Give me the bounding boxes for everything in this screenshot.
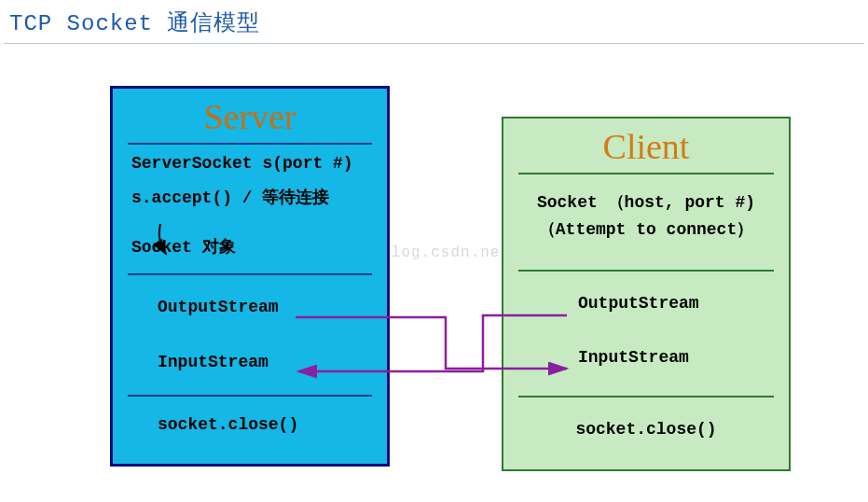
server-divider-1 [128,273,372,275]
server-title-divider [128,143,372,145]
client-box: Client Socket （host, port #) （Attempt to… [502,117,791,471]
server-outputstream: OutputStream [113,294,387,321]
client-line-socket: Socket （host, port #) [503,189,789,216]
client-line-attempt: （Attempt to connect） [503,216,789,244]
client-title: Client [503,126,789,167]
title-divider [4,43,864,44]
client-divider-1 [518,270,774,272]
server-line-socket: ServerSocket s(port #) [113,150,387,177]
server-divider-2 [128,395,372,397]
server-line-accept: s.accept() / 等待连接 [113,185,387,212]
server-inputstream: InputStream [113,349,387,376]
server-title: Server [113,96,387,137]
client-inputstream: InputStream [503,344,789,371]
client-divider-2 [518,396,774,397]
server-line-socketobj: Socket 对象 [113,234,387,261]
client-title-divider [518,173,774,174]
server-box: Server ServerSocket s(port #) s.accept()… [110,86,390,467]
server-close: socket.close() [113,411,387,439]
client-outputstream: OutputStream [503,290,789,317]
client-close: socket.close() [503,416,789,443]
page-title: TCP Socket 通信模型 [0,0,868,43]
